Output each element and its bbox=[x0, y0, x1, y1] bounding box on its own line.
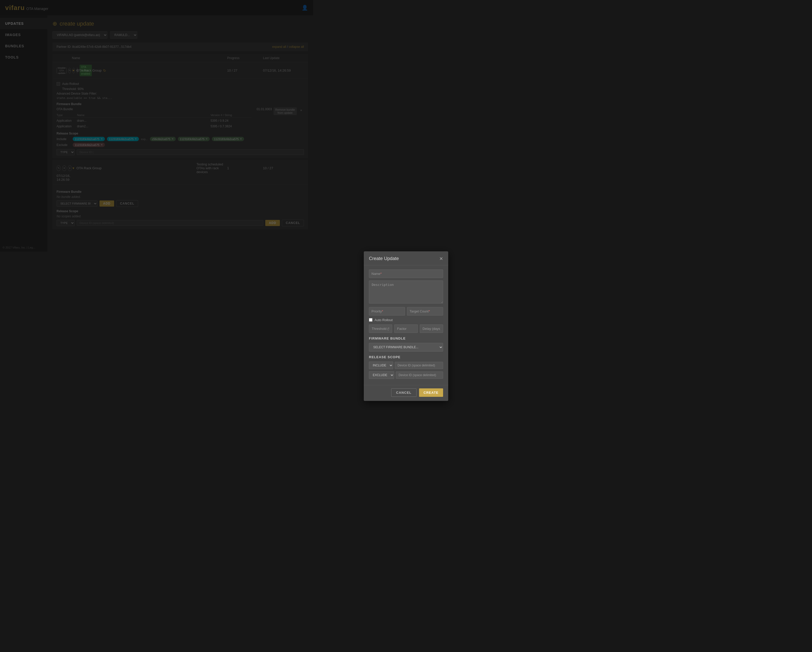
modal-overlay[interactable]: Create Update ✕ Name* Priority* bbox=[0, 0, 313, 251]
